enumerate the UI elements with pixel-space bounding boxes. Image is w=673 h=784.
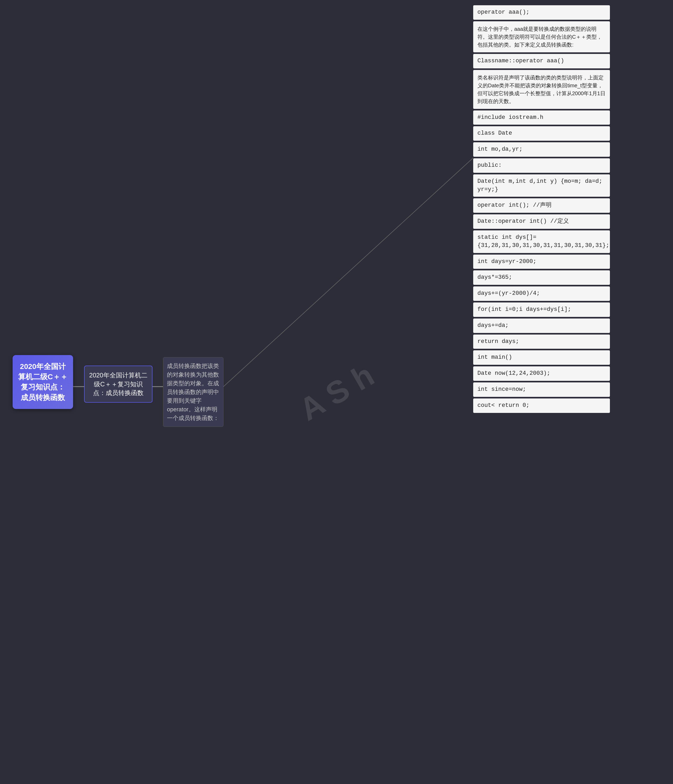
code-block-6: int mo,da,yr; <box>473 142 610 157</box>
text-block-3: 类名标识符是声明了该函数的类的类型说明符，上面定义的Date类并不能把该类的对象… <box>473 70 610 109</box>
svg-line-2 <box>224 158 473 387</box>
code-block-14: days+=(yr-2000)/4; <box>473 286 610 301</box>
code-block-17: return days; <box>473 334 610 349</box>
main-node: 2020年全国计算机二级C＋＋复习知识点：成员转换函数 <box>12 355 73 409</box>
code-block-13: days*=365; <box>473 271 610 285</box>
code-block-18: int main() <box>473 350 610 365</box>
text-block-1: 在这个例子中，aaa就是要转换成的数据类型的说明符。这里的类型说明符可以是任何合… <box>473 21 610 52</box>
code-block-5: class Date <box>473 126 610 141</box>
level3-node-label: 成员转换函数把该类的对象转换为其他数据类型的对象。在成员转换函数的声明中要用到关… <box>167 362 219 422</box>
code-block-20: int since=now; <box>473 383 610 397</box>
code-block-19: Date now(12,24,2003); <box>473 366 610 381</box>
level2-node: 2020年全国计算机二级C＋＋复习知识点：成员转换函数 <box>84 366 152 403</box>
code-block-8: Date(int m,int d,int y) {mo=m; da=d; yr=… <box>473 174 610 197</box>
code-block-0: operator aaa(); <box>473 5 610 20</box>
right-panel: operator aaa();在这个例子中，aaa就是要转换成的数据类型的说明符… <box>473 0 610 418</box>
main-node-label: 2020年全国计算机二级C＋＋复习知识点：成员转换函数 <box>18 362 68 401</box>
code-block-16: days+=da; <box>473 319 610 333</box>
code-block-7: public: <box>473 158 610 173</box>
code-block-12: int days=yr-2000; <box>473 255 610 269</box>
code-block-15: for(int i=0;i days+=dys[i]; <box>473 302 610 317</box>
code-block-4: #include iostream.h <box>473 110 610 125</box>
code-block-2: Classname::operator aaa() <box>473 54 610 68</box>
level2-node-label: 2020年全国计算机二级C＋＋复习知识点：成员转换函数 <box>89 372 147 396</box>
code-block-11: static int dys[]={31,28,31,30,31,30,31,3… <box>473 230 610 253</box>
watermark: A S h <box>293 356 380 428</box>
level3-node: 成员转换函数把该类的对象转换为其他数据类型的对象。在成员转换函数的声明中要用到关… <box>163 357 224 427</box>
code-block-10: Date::operator int() //定义 <box>473 214 610 229</box>
mind-map: A S h 2020年全国计算机二级C＋＋复习知识点：成员转换函数 2020年全… <box>0 0 673 784</box>
code-block-21: cout< return 0; <box>473 398 610 413</box>
code-block-9: operator int(); //声明 <box>473 198 610 213</box>
